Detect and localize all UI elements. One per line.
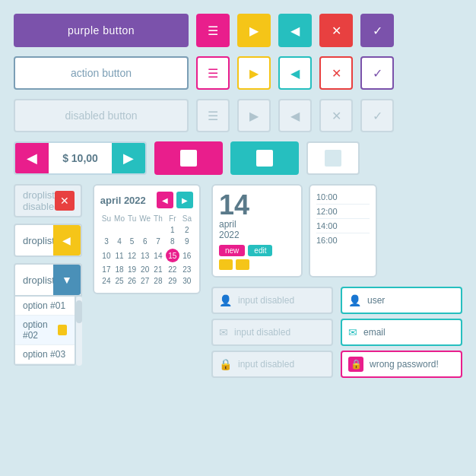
- close-icon-disabled: ✕: [332, 109, 341, 123]
- cal-cell[interactable]: 11: [113, 247, 126, 264]
- input-email[interactable]: ✉ email: [341, 319, 462, 346]
- number-input: ◀ $ 10,00 ▶: [14, 141, 147, 175]
- cal-cell[interactable]: 28: [152, 275, 164, 287]
- cal-cell[interactable]: 14: [152, 247, 164, 264]
- input-user[interactable]: 👤 user: [341, 287, 462, 314]
- day-mo: Mo: [113, 213, 126, 224]
- decrement-button[interactable]: ◀: [15, 143, 49, 173]
- input-error-label: wrong password!: [370, 359, 439, 370]
- cal-cell[interactable]: 13: [138, 247, 152, 264]
- action-button[interactable]: action button: [14, 56, 189, 90]
- cal-cell[interactable]: 4: [113, 236, 126, 247]
- droplist-disabled: droplist disabled ✕: [14, 184, 82, 217]
- cal-cell[interactable]: 12: [126, 247, 138, 264]
- scroll-thumb: [76, 300, 82, 323]
- purple-button[interactable]: purple button: [14, 14, 189, 47]
- check-button-purple[interactable]: ✓: [360, 14, 394, 47]
- menu-button-outline[interactable]: ☰: [196, 56, 230, 90]
- selected-indicator: [58, 325, 67, 335]
- back-button-teal[interactable]: ◀: [278, 14, 312, 47]
- droplist-yellow-arrow[interactable]: ◀: [53, 225, 81, 255]
- cal-cell[interactable]: [152, 224, 164, 236]
- toggle-outline-button[interactable]: [306, 141, 360, 175]
- menu-button-disabled: ☰: [196, 99, 230, 132]
- cal-cell[interactable]: [113, 224, 126, 236]
- cal-prev-button[interactable]: ◀: [157, 192, 173, 208]
- cal-cell[interactable]: 29: [164, 275, 181, 287]
- date-edit-button[interactable]: edit: [248, 245, 272, 256]
- cal-cell[interactable]: 30: [181, 275, 193, 287]
- cal-cell[interactable]: 25: [113, 275, 126, 287]
- cal-cell[interactable]: 10: [100, 247, 113, 264]
- input-disabled-password: 🔒 input disabled: [211, 351, 333, 378]
- cal-cell[interactable]: 20: [138, 264, 152, 275]
- cal-cell[interactable]: 22: [164, 264, 181, 275]
- option-3[interactable]: option #03: [15, 345, 75, 364]
- back-button-outline[interactable]: ◀: [278, 56, 312, 90]
- cal-cell[interactable]: 1: [164, 224, 181, 236]
- date-day: 14: [219, 192, 295, 219]
- schedule-time-3: 14:00: [316, 219, 370, 233]
- toggle-pink-button[interactable]: [154, 141, 223, 175]
- cal-cell[interactable]: 23: [181, 264, 193, 275]
- cal-next-button[interactable]: ▶: [176, 192, 193, 208]
- droplist-column: droplist disabled ✕ droplist ◀ droplist …: [14, 184, 82, 366]
- cal-cell[interactable]: 16: [181, 247, 193, 264]
- day-we: We: [138, 213, 152, 224]
- option-3-label: option #03: [23, 349, 65, 360]
- option-1[interactable]: option #01: [15, 297, 75, 316]
- date-new-button[interactable]: new: [219, 245, 245, 256]
- play-button-yellow[interactable]: ▶: [237, 14, 271, 47]
- cal-cell[interactable]: 26: [126, 275, 138, 287]
- calendar-header: april 2022 ◀ ▶: [100, 192, 193, 208]
- calendar-today[interactable]: 15: [166, 249, 179, 262]
- cal-cell[interactable]: 7: [152, 236, 164, 247]
- cal-cell[interactable]: 9: [181, 236, 193, 247]
- calendar-title: april 2022: [100, 195, 146, 206]
- cal-cell[interactable]: 5: [126, 236, 138, 247]
- menu-button-pink[interactable]: ☰: [196, 14, 230, 47]
- menu-icon: ☰: [208, 24, 218, 38]
- cal-cell[interactable]: 27: [138, 275, 152, 287]
- schedule-time-4: 16:00: [316, 233, 370, 247]
- date-schedule-row: 14 april 2022 new edit 10:00 12:00 14:00…: [211, 184, 462, 278]
- check-icon: ✓: [373, 24, 382, 38]
- input-disabled-email: ✉ input disabled: [211, 319, 333, 346]
- calendar-grid: Su Mo Tu We Th Fr Sa 12 3456789 10111213…: [100, 213, 193, 287]
- cal-cell[interactable]: 3: [100, 236, 113, 247]
- cal-cell[interactable]: 24: [100, 275, 113, 287]
- droplist-blue-arrow[interactable]: ▼: [53, 265, 81, 295]
- schedule-time-1: 10:00: [316, 190, 370, 205]
- email-icon-disabled: ✉: [219, 326, 228, 338]
- active-inputs-column: 👤 user ✉ email 🔒 wrong password!: [341, 287, 462, 378]
- cal-cell[interactable]: 17: [100, 264, 113, 275]
- day-sa: Sa: [181, 213, 193, 224]
- cal-cell[interactable]: [138, 224, 152, 236]
- date-schedule-column: 14 april 2022 new edit 10:00 12:00 14:00…: [211, 184, 462, 378]
- close-button-red[interactable]: ✕: [319, 14, 353, 47]
- droplist-clear-button[interactable]: ✕: [55, 191, 75, 211]
- cal-cell[interactable]: 8: [164, 236, 181, 247]
- check-button-outline[interactable]: ✓: [360, 56, 394, 90]
- droplist-blue[interactable]: droplist ▼: [14, 263, 82, 297]
- cal-cell[interactable]: 6: [138, 236, 152, 247]
- option-2[interactable]: option #02: [15, 316, 75, 345]
- droplist-yellow[interactable]: droplist ◀: [14, 224, 82, 257]
- dropdown-expanded: option #01 option #02 option #03: [14, 297, 82, 366]
- play-button-outline[interactable]: ▶: [237, 56, 271, 90]
- increment-button[interactable]: ▶: [112, 143, 145, 173]
- cal-cell[interactable]: 18: [113, 264, 126, 275]
- cal-cell[interactable]: 19: [126, 264, 138, 275]
- cal-cell[interactable]: 15: [164, 247, 181, 264]
- cal-cell[interactable]: [126, 224, 138, 236]
- toggle-teal-button[interactable]: [230, 141, 299, 175]
- back-icon: ◀: [290, 24, 300, 38]
- input-password-error[interactable]: 🔒 wrong password!: [341, 351, 462, 378]
- dropdown-scrollbar[interactable]: [76, 297, 82, 366]
- close-button-outline[interactable]: ✕: [319, 56, 353, 90]
- check-icon-outline: ✓: [373, 66, 382, 81]
- cal-cell[interactable]: 2: [181, 224, 193, 236]
- square-icon-outline: [325, 150, 341, 167]
- cal-cell[interactable]: 21: [152, 264, 164, 275]
- cal-cell[interactable]: [100, 224, 113, 236]
